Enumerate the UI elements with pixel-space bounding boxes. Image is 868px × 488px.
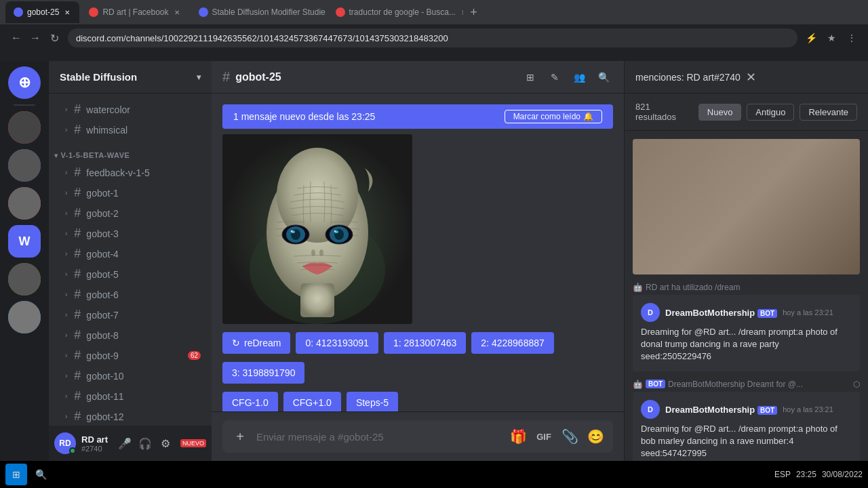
url-bar[interactable]: discord.com/channels/1002292111942635562… — [68, 28, 797, 47]
used-text-1: RD art ha utilizado /dream — [646, 283, 740, 292]
seed-0-label: 0: 4123193091 — [305, 338, 368, 348]
tab-close-button[interactable]: ✕ — [460, 7, 463, 18]
online-status-dot — [69, 447, 76, 454]
used-text-2: DreamBotMothership Dreamt for @... — [668, 380, 803, 389]
channel-hash-icon: # — [74, 206, 81, 220]
unread-badge: 62 — [188, 351, 201, 360]
channel-name-whimsical: whimsical — [86, 125, 127, 136]
sidebar-item-gobot5[interactable]: › # gobot-5 — [54, 264, 206, 284]
result-time-2: hoy a las 23:21 — [783, 405, 833, 413]
server-icon-6[interactable] — [8, 301, 41, 333]
new-tab-button[interactable]: + — [465, 3, 484, 22]
seed-2-label: 2: 4228968887 — [481, 338, 544, 348]
channel-expand-icon: › — [65, 250, 67, 258]
tab-close-button[interactable]: ✕ — [173, 7, 181, 18]
start-button[interactable]: ⊞ — [5, 464, 27, 485]
sidebar-item-gobot4[interactable]: › # gobot-4 — [54, 244, 206, 264]
result-used-2: 🤖 BOT DreamBotMothership Dreamt for @...… — [633, 380, 860, 389]
search-button[interactable]: 🔍 — [594, 68, 613, 87]
settings-button[interactable]: ⚙ — [156, 434, 175, 453]
header-actions: ⊞ ✎ 👥 🔍 — [521, 68, 613, 87]
server-icon-2[interactable] — [8, 149, 41, 182]
microphone-button[interactable]: 🎤 — [115, 434, 134, 453]
refresh-button[interactable]: ↻ — [46, 30, 62, 46]
right-panel-close-button[interactable]: ✕ — [746, 70, 756, 85]
cfg-minus-button[interactable]: CFG-1.0 — [222, 392, 278, 411]
menu-button[interactable]: ⋮ — [844, 30, 860, 46]
headset-button[interactable]: 🎧 — [136, 434, 155, 453]
sidebar-item-gobot9[interactable]: › # gobot-9 62 — [54, 346, 206, 365]
steps-button[interactable]: Steps-5 — [347, 392, 398, 411]
add-attachment-button[interactable]: + — [231, 427, 250, 446]
seed-0-button[interactable]: 0: 4123193091 — [296, 332, 378, 354]
sidebar-item-gobot10[interactable]: › # gobot-10 — [54, 366, 206, 386]
redream-icon: ↻ — [232, 338, 240, 348]
search-taskbar-button[interactable]: 🔍 — [30, 464, 52, 485]
channel-name: gobot-12 — [86, 411, 123, 422]
category-v1-5-beta-wave[interactable]: ▾ V-1-5-BETA-WAVE — [49, 140, 212, 162]
taskbar-time: 23:25 — [796, 470, 816, 479]
seed-2-button[interactable]: 2: 4228968887 — [471, 332, 553, 354]
search-results-header: 821 resultados Nuevo Antiguo Relevante — [625, 94, 868, 131]
channel-name: gobot-5 — [86, 269, 118, 280]
sidebar-item-gobot7[interactable]: › # gobot-7 — [54, 305, 206, 325]
filter-nuevo-button[interactable]: Nuevo — [698, 104, 742, 121]
channel-name: gobot-2 — [86, 208, 118, 219]
filter-relevante-button[interactable]: Relevante — [800, 104, 857, 121]
server-header[interactable]: Stable Diffusion ▾ — [49, 61, 212, 94]
svg-rect-4 — [300, 283, 334, 317]
redream-button[interactable]: ↻ reDream — [222, 332, 290, 354]
server-icon-1[interactable] — [8, 111, 41, 144]
taskbar-tray: ESP 23:25 30/08/2022 — [774, 470, 863, 479]
right-panel-content: 🤖 RD art ha utilizado /dream D DreamBotM… — [625, 131, 868, 461]
sidebar-item-whimsical[interactable]: › # whimsical — [54, 120, 206, 140]
sidebar-item-gobot3[interactable]: › # gobot-3 — [54, 224, 206, 243]
tab-stable-diffusion[interactable]: Stable Diffusion Modifier Studie... ✕ — [191, 1, 326, 23]
tab-facebook[interactable]: RD art | Facebook ✕ — [81, 1, 189, 23]
server-icon-5[interactable] — [8, 263, 41, 296]
result-time-1: hoy a las 23:21 — [783, 308, 833, 317]
channel-expand-icon: › — [65, 169, 67, 176]
server-icon-3[interactable] — [8, 187, 41, 220]
cfg-steps-row: CFG-1.0 CFG+1.0 Steps-5 — [222, 392, 613, 411]
server-name: Stable Diffusion — [60, 71, 137, 83]
server-icon-4[interactable]: W — [8, 225, 41, 258]
sidebar-item-gobot11[interactable]: › # gobot-11 — [54, 386, 206, 406]
pencil-button[interactable]: ✎ — [545, 68, 564, 87]
message-input[interactable] — [256, 431, 502, 443]
sidebar-item-gobot1[interactable]: › # gobot-1 — [54, 183, 206, 203]
seed-1-button[interactable]: 1: 2813007463 — [384, 332, 466, 354]
channel-hash-icon: # — [74, 369, 81, 383]
sidebar-item-gobot8[interactable]: › # gobot-8 — [54, 325, 206, 345]
cfg-plus-button[interactable]: CFG+1.0 — [283, 392, 341, 411]
category-arrow-icon: ▾ — [54, 152, 58, 159]
members-button[interactable]: 👥 — [570, 68, 589, 87]
sidebar-item-feedback[interactable]: › # feedback-v-1-5 — [54, 163, 206, 182]
sticker-button[interactable]: 📎 — [560, 427, 579, 446]
emoji-button[interactable]: 😊 — [586, 427, 605, 446]
filter-antiguo-button[interactable]: Antiguo — [747, 104, 794, 121]
svg-point-14 — [334, 230, 336, 232]
gif-button[interactable]: GIF — [534, 427, 553, 446]
threads-button[interactable]: ⊞ — [521, 68, 540, 87]
tab-google[interactable]: traductor de google - Busca... ✕ — [328, 1, 463, 23]
sidebar-item-gobot12[interactable]: › # gobot-12 — [54, 407, 206, 426]
tab-gobot25[interactable]: gobot-25 ✕ — [5, 1, 79, 23]
sidebar-item-watercolor[interactable]: › # watercolor — [54, 100, 206, 119]
forward-button[interactable]: → — [27, 30, 43, 46]
gift-button[interactable]: 🎁 — [509, 427, 528, 446]
mark-read-button[interactable]: Marcar como leído 🔔 — [505, 110, 602, 123]
expand-icon: ⬡ — [853, 380, 860, 389]
taskbar: ⊞ 🔍 ESP 23:25 30/08/2022 — [0, 461, 868, 488]
channel-expand-icon: › — [65, 413, 67, 420]
extensions-button[interactable]: ⚡ — [803, 30, 819, 46]
back-button[interactable]: ← — [8, 30, 24, 46]
discord-home-icon[interactable]: ⊕ — [8, 66, 41, 99]
bot-icon: 🤖 — [633, 283, 643, 292]
seed-3-button[interactable]: 3: 3198891790 — [222, 362, 304, 384]
sidebar-item-gobot6[interactable]: › # gobot-6 — [54, 285, 206, 304]
sidebar-item-gobot2[interactable]: › # gobot-2 — [54, 203, 206, 223]
channel-expand-icon: › — [65, 270, 67, 278]
bookmark-button[interactable]: ★ — [823, 30, 840, 46]
tab-close-button[interactable]: ✕ — [63, 7, 71, 18]
